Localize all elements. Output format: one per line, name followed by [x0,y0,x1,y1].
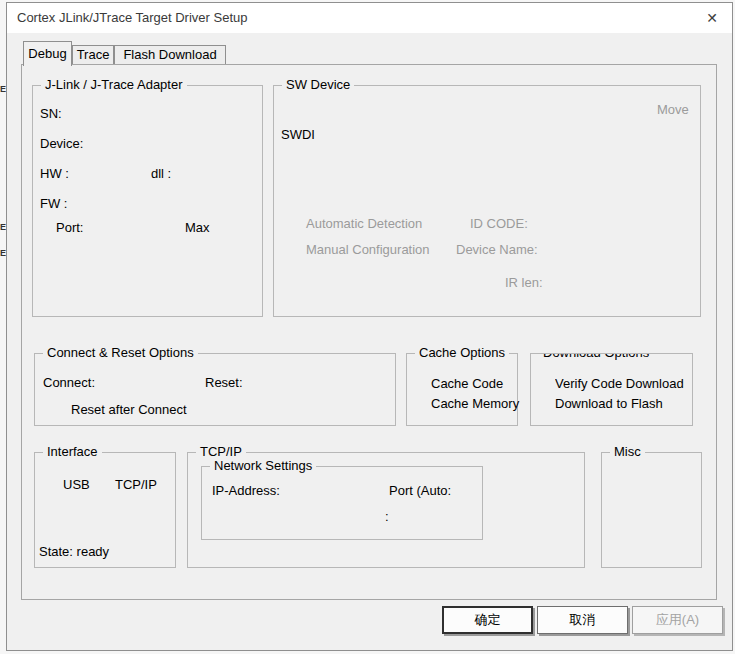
ip-port-separator: : [385,509,389,524]
interface-group-title: Interface [43,444,102,459]
apply-button[interactable]: 应用(A) [632,606,723,634]
dll-label: dll : [151,166,171,181]
reset-after-connect-label: Reset after Connect [71,402,187,417]
cache-options-group-title: Cache Options [415,345,509,360]
sw-device-group: SW Device [273,85,701,317]
fw-label: FW : [40,196,67,211]
cache-code-label: Cache Code [431,376,503,391]
usb-label: USB [63,477,90,492]
state-text: State: ready [39,544,109,559]
port-auto-label: Port (Auto: [389,483,451,498]
tcpip-radio-label: TCP/IP [115,477,157,492]
verify-code-download-label: Verify Code Download [555,376,684,391]
dialog-title: Cortex JLink/JTrace Target Driver Setup [17,3,247,33]
tab-flash-download[interactable]: Flash Download [114,45,226,64]
network-settings-group: Network Settings [201,466,483,540]
device-label: Device: [40,136,83,151]
automatic-detection-label: Automatic Detection [306,216,422,231]
ir-len-label: IR len: [505,275,543,290]
tab-debug[interactable]: Debug [23,41,72,66]
title-bar: Cortex JLink/JTrace Target Driver Setup … [7,3,732,33]
device-name-label: Device Name: [456,242,538,257]
screen: E E E Cortex JLink/JTrace Target Driver … [0,0,735,654]
hw-label: HW : [40,166,69,181]
sn-label: SN: [40,106,62,121]
driver-setup-dialog: Cortex JLink/JTrace Target Driver Setup … [6,2,733,651]
cache-memory-label: Cache Memory [431,396,519,411]
network-settings-group-title: Network Settings [210,458,316,473]
max-label: Max [185,220,210,235]
manual-configuration-label: Manual Configuration [306,242,430,257]
connect-label: Connect: [43,375,95,390]
connect-reset-group-title: Connect & Reset Options [43,345,198,360]
tcpip-group-title: TCP/IP [196,444,246,459]
swd-row-prefix-label: SWDI [281,127,315,142]
download-options-group-title: Download Options [539,353,653,360]
sw-device-group-title: SW Device [282,77,354,92]
reset-label: Reset: [205,375,243,390]
move-label: Move [657,102,689,117]
cancel-button[interactable]: 取消 [537,606,628,634]
close-icon[interactable]: ✕ [694,3,730,33]
misc-group-title: Misc [610,444,645,459]
tab-trace[interactable]: Trace [72,45,114,64]
download-to-flash-label: Download to Flash [555,396,663,411]
misc-group: Misc [601,452,702,568]
id-code-label: ID CODE: [470,216,528,231]
ok-button[interactable]: 确定 [442,606,533,634]
ip-address-label: IP-Address: [212,483,280,498]
adapter-group-title: J-Link / J-Trace Adapter [41,77,187,92]
port-label: Port: [56,220,83,235]
